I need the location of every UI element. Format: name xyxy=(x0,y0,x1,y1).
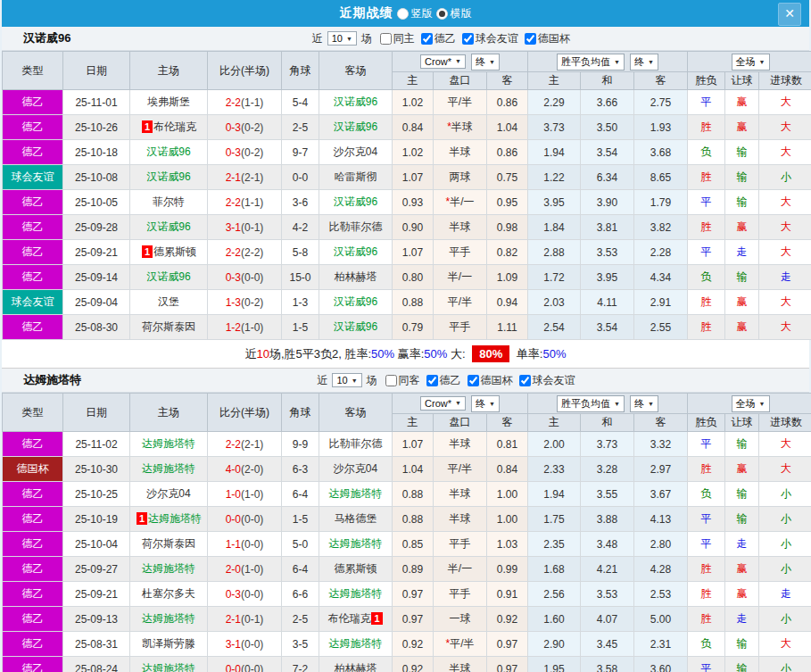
result-goals-over-under: 大 xyxy=(759,457,811,482)
handicap-line: 半球 xyxy=(434,432,487,457)
avg-draw-odds: 3.28 xyxy=(581,457,634,482)
league-filter-1-checkbox[interactable] xyxy=(468,375,479,386)
league-filter-1[interactable]: 德国杯 xyxy=(468,373,513,388)
avg-home-odds: 1.94 xyxy=(528,482,581,507)
odds-source-select[interactable]: 终▼ xyxy=(471,395,500,412)
column-header: 主 xyxy=(528,414,581,432)
result-handicap: 输 xyxy=(725,190,759,215)
odds-source-select[interactable]: 胜平负均值▼ xyxy=(557,395,625,412)
chevron-down-icon: ▼ xyxy=(614,59,620,65)
match-count-select[interactable]: 10▼ xyxy=(332,373,361,387)
corner-count: 6-6 xyxy=(282,582,319,607)
same-venue[interactable]: 同主 xyxy=(380,31,415,46)
same-venue-label: 同客 xyxy=(399,373,420,388)
home-team: 汉堡 xyxy=(130,290,208,315)
match-date: 25-10-30 xyxy=(63,457,130,482)
result-goals-over-under: 大 xyxy=(759,115,811,140)
odds-source-select[interactable]: 胜平负均值▼ xyxy=(557,54,625,71)
match-date: 25-10-18 xyxy=(63,140,130,165)
summary-segment: 80% xyxy=(472,345,509,362)
avg-draw-odds: 6.34 xyxy=(581,165,634,190)
league-filter-2[interactable]: 德国杯 xyxy=(525,31,570,46)
vertical-layout-label[interactable]: 竖版 xyxy=(411,6,433,21)
score: 2-2(2-2) xyxy=(208,240,282,265)
league-filter-1[interactable]: 球会友谊 xyxy=(462,31,518,46)
match-history-table: 类型日期主场比分(半场)角球客场Crow*▼终▼胜平负均值▼终▼全场▼主盘口客主… xyxy=(2,393,811,672)
handicap-away-odds: 0.97 xyxy=(487,632,528,657)
odds-source-select[interactable]: 全场▼ xyxy=(732,54,770,71)
horizontal-layout-label[interactable]: 横版 xyxy=(451,6,472,21)
league-filter-2-checkbox[interactable] xyxy=(519,375,531,386)
avg-away-odds: 2.97 xyxy=(634,457,688,482)
column-header: 比分(半场) xyxy=(208,394,282,432)
corner-count: 7-2 xyxy=(282,657,319,672)
match-date: 25-09-04 xyxy=(63,290,130,315)
league-filter-2[interactable]: 球会友谊 xyxy=(519,373,575,388)
result-goals-over-under: 大 xyxy=(759,140,811,165)
red-card-badge: 1 xyxy=(371,612,382,625)
match-date: 25-11-02 xyxy=(63,432,130,457)
handicap-away-odds: 1.00 xyxy=(487,507,528,532)
column-header: 客场 xyxy=(319,52,393,90)
result-goals-over-under: 小 xyxy=(759,557,811,582)
same-venue-checkbox[interactable] xyxy=(380,33,392,45)
result-win-draw-loss: 胜 xyxy=(688,607,725,632)
odds-source-select[interactable]: 终▼ xyxy=(471,54,500,71)
handicap-line: 平手 xyxy=(434,532,487,557)
avg-draw-odds: 3.95 xyxy=(581,265,634,290)
match-row: 德乙 25-09-21 杜塞尔多夫 0-3(0-0) 6-6 达姆施塔特 0.9… xyxy=(3,582,811,607)
league-filter-1-label: 球会友谊 xyxy=(476,31,518,46)
away-team: 汉诺威96 xyxy=(319,190,393,215)
result-goals-over-under: 小 xyxy=(759,482,811,507)
avg-away-odds: 4.34 xyxy=(634,265,688,290)
result-handicap: 输 xyxy=(725,140,759,165)
handicap-away-odds: 0.86 xyxy=(487,140,528,165)
league-filter-0[interactable]: 德乙 xyxy=(426,373,461,388)
odds-group-header: 全场▼ xyxy=(688,52,811,72)
handicap-line: 半球 xyxy=(434,140,487,165)
avg-draw-odds: 3.73 xyxy=(581,432,634,457)
score: 2-0(1-0) xyxy=(208,557,282,582)
chevron-down-icon: ▼ xyxy=(759,59,765,65)
league-filter-1-checkbox[interactable] xyxy=(462,33,474,45)
horizontal-layout-radio[interactable] xyxy=(436,8,448,20)
league-filter-0-checkbox[interactable] xyxy=(421,33,433,45)
handicap-away-odds: 0.99 xyxy=(487,557,528,582)
league-type-badge: 德国杯 xyxy=(3,457,63,482)
match-date: 25-09-28 xyxy=(63,215,130,240)
summary-segment: 单率: xyxy=(513,346,542,362)
odds-source-select[interactable]: 终▼ xyxy=(630,395,658,412)
odds-source-select[interactable]: Crow*▼ xyxy=(420,54,466,69)
match-count-select[interactable]: 10▼ xyxy=(327,31,357,46)
red-card-badge: 1 xyxy=(137,512,147,525)
away-team: 汉诺威96 xyxy=(319,290,393,315)
league-filter-2-checkbox[interactable] xyxy=(525,33,536,45)
column-header: 客场 xyxy=(319,394,393,432)
avg-away-odds: 3.32 xyxy=(634,432,688,457)
close-icon[interactable]: ✕ xyxy=(778,3,801,26)
odds-source-select[interactable]: 终▼ xyxy=(630,54,658,71)
handicap-line: 两球 xyxy=(434,165,487,190)
match-row: 德乙 25-10-19 1达姆施塔特 0-0(0-0) 1-5 马格德堡 0.8… xyxy=(3,507,811,532)
chevron-down-icon: ▼ xyxy=(759,401,765,407)
select-value: 终 xyxy=(476,55,485,69)
odds-source-select[interactable]: 全场▼ xyxy=(732,395,770,412)
match-row: 德乙 25-10-04 荷尔斯泰因 1-1(0-0) 5-0 达姆施塔特 0.8… xyxy=(3,532,811,557)
league-type-badge: 球会友谊 xyxy=(3,165,63,190)
league-filter-0-checkbox[interactable] xyxy=(426,375,438,386)
handicap-home-odds: 0.90 xyxy=(393,215,434,240)
avg-away-odds: 5.00 xyxy=(634,607,688,632)
avg-away-odds: 4.13 xyxy=(634,507,688,532)
same-venue-checkbox[interactable] xyxy=(385,375,397,386)
league-filter-0[interactable]: 德乙 xyxy=(421,31,456,46)
vertical-layout-radio[interactable] xyxy=(397,8,409,20)
match-date: 25-09-27 xyxy=(63,557,130,582)
odds-source-select[interactable]: Crow*▼ xyxy=(420,396,466,411)
handicap-line: 半/一 xyxy=(434,557,487,582)
games-label: 场 xyxy=(361,31,372,46)
match-date: 25-09-13 xyxy=(63,607,130,632)
match-date: 25-11-01 xyxy=(63,90,130,115)
handicap-line: *半球 xyxy=(434,115,487,140)
score: 2-1(0-1) xyxy=(208,607,282,632)
same-venue[interactable]: 同客 xyxy=(385,373,420,388)
